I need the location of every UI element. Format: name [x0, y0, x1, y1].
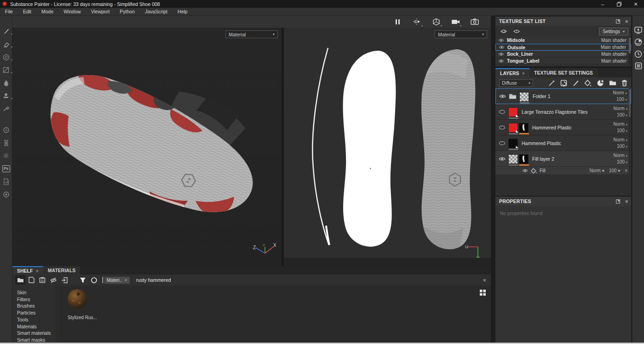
tab-materials[interactable]: MATERIALS [43, 266, 80, 274]
category-materials[interactable]: Materials [17, 323, 55, 330]
menu-viewport[interactable]: Viewport [86, 8, 115, 16]
menu-javascript[interactable]: JavaScript [140, 8, 172, 16]
texture-set-row-midsole[interactable]: Midsole Main shader [495, 37, 631, 44]
layer-row-terrazzo[interactable]: ◣ Large Terrazzo Flagstone Tiles Norm ▾ … [495, 104, 631, 120]
opacity-dropdown[interactable]: 100 ▾ [617, 159, 627, 164]
search-input[interactable]: rusty hammered [136, 277, 171, 283]
layer-name[interactable]: Folder 1 [533, 93, 551, 99]
photoshop-icon[interactable]: Ps [1, 164, 11, 173]
axis-gizmo-3d[interactable]: Z Y X [251, 243, 276, 260]
filter-funnel-icon[interactable] [78, 275, 88, 285]
display-settings-icon[interactable] [634, 27, 642, 34]
visibility-eye-icon[interactable] [498, 38, 504, 42]
effect-row-fill[interactable]: Fill Norm ▾ 100 ▾ × [495, 167, 631, 175]
polygon-fill-tool-icon[interactable]: ▾ [1, 65, 11, 75]
add-mask-icon[interactable] [560, 80, 567, 87]
category-smart-materials[interactable]: Smart materials [17, 330, 55, 337]
layer-mask-thumbnail[interactable] [519, 154, 529, 164]
gear2-icon[interactable] [1, 190, 11, 199]
viewport-2d[interactable]: Material▾ [284, 28, 491, 258]
effects-wand-icon[interactable] [548, 80, 555, 87]
panel-close-icon[interactable]: × [625, 18, 628, 24]
close-button[interactable]: × [627, 0, 644, 8]
viewport-3d[interactable]: Material▾ [12, 28, 282, 266]
paint-tool-icon[interactable]: ▾ [1, 27, 11, 36]
layer-row-fill-layer-2[interactable]: Fill layer 2 Norm ▾ 100 ▾ [495, 151, 631, 167]
undock-icon[interactable] [616, 19, 620, 23]
menu-python[interactable]: Python [115, 8, 140, 16]
pause-icon[interactable] [392, 17, 402, 26]
blend-mode-dropdown[interactable]: Norm ▾ [613, 153, 627, 158]
hourglass-icon[interactable] [1, 138, 11, 147]
texture-set-icon[interactable] [635, 62, 642, 70]
texture-set-scrollbar[interactable] [629, 37, 631, 64]
layer-name[interactable]: Fill layer 2 [532, 156, 554, 162]
menu-edit[interactable]: Edit [18, 8, 36, 16]
tab-texture-set-settings[interactable]: TEXTURE SET SETTINGS [529, 68, 598, 77]
opacity-dropdown[interactable]: 100 ▾ [617, 112, 627, 117]
effect-blend-dropdown[interactable]: Norm ▾ [589, 168, 604, 173]
texture-set-row-outsole[interactable]: Outsole Main shader [495, 44, 631, 51]
screenshot-icon[interactable] [470, 17, 480, 26]
layer-visible-eye-icon[interactable] [499, 94, 506, 99]
layer-thumbnail[interactable] [519, 92, 529, 102]
eye-solo-icon[interactable]: 1 [513, 29, 520, 34]
projection-tool-icon[interactable]: ▾ [1, 52, 11, 62]
settings-dropdown[interactable]: Settings▾ [599, 28, 628, 35]
search-clear-icon[interactable]: × [483, 277, 486, 284]
layer-name[interactable]: Large Terrazzo Flagstone Tiles [522, 109, 587, 115]
history-icon[interactable] [634, 50, 642, 58]
smart-material-icon[interactable] [597, 80, 604, 87]
layer-name[interactable]: Hammered Plastic [532, 125, 572, 130]
blend-mode-dropdown[interactable]: Norm ▾ [613, 122, 627, 127]
badge-icon[interactable]: S [1, 151, 11, 160]
eye-slash-icon[interactable] [48, 275, 58, 285]
category-brushes[interactable]: Brushes [17, 303, 55, 309]
menu-file[interactable]: File [0, 8, 18, 16]
eye-refresh-icon[interactable] [500, 29, 507, 34]
layer-name[interactable]: Hammered Plastic [522, 140, 561, 146]
search-filter-tag[interactable]: Materi.. × [104, 277, 130, 284]
shading-mode-select-3d[interactable]: Material▾ [225, 30, 278, 38]
tab-shelf[interactable]: SHELF × [12, 266, 43, 274]
symmetry-icon[interactable]: ▾ [412, 17, 422, 26]
grid-view-icon[interactable] [479, 289, 486, 298]
blend-mode-dropdown[interactable]: Norm ▾ [613, 90, 627, 95]
smudge-tool-icon[interactable] [1, 78, 11, 87]
category-filters[interactable]: Filters [17, 296, 55, 303]
opacity-dropdown[interactable]: 100 ▾ [617, 128, 627, 133]
texture-set-row-sock-liner[interactable]: Sock_Liner Main shader [495, 51, 631, 58]
layer-visible-eye-icon[interactable] [499, 157, 506, 161]
texture-set-shader[interactable]: Main shader [601, 45, 626, 50]
tab-layers[interactable]: LAYERS × [495, 68, 529, 77]
layer-thumbnail[interactable] [508, 154, 518, 164]
fill-layer-icon[interactable] [584, 80, 592, 87]
tab-shelf-close-icon[interactable]: × [35, 268, 38, 274]
layer-row-hammered-plastic-2[interactable]: ◣ Hammered Plastic Norm ▾ 100 ▾ [495, 135, 631, 151]
refresh-ring-icon[interactable] [89, 275, 99, 285]
camera-icon[interactable]: ▾ [450, 17, 460, 26]
import-icon[interactable] [59, 275, 69, 285]
effect-remove-icon[interactable]: × [625, 168, 627, 173]
effect-visible-eye-icon[interactable] [522, 169, 528, 173]
search-filter-remove-icon[interactable]: × [124, 277, 127, 283]
material-item[interactable]: Stylized Rus... [68, 289, 92, 320]
shader-settings-icon[interactable] [634, 38, 642, 46]
clipboard-icon[interactable] [37, 275, 47, 285]
minimize-button[interactable]: – [594, 0, 611, 8]
eraser-tool-icon[interactable]: ▾ [1, 40, 11, 49]
channel-filter-select[interactable]: Diffuse▾ [499, 79, 533, 87]
layers-scrollbar[interactable] [629, 88, 631, 175]
visibility-eye-icon[interactable] [498, 52, 504, 56]
delete-layer-icon[interactable] [621, 80, 627, 87]
menu-mode[interactable]: Mode [36, 8, 58, 16]
texture-set-row-tongue-label[interactable]: Tongue_Label Main shader [495, 58, 631, 64]
folder-icon[interactable] [15, 275, 25, 285]
opacity-dropdown[interactable]: 100 ▾ [616, 97, 627, 102]
texture-set-shader[interactable]: Main shader [601, 58, 627, 64]
menu-help[interactable]: Help [172, 8, 193, 16]
add-folder-icon[interactable] [609, 80, 616, 86]
undock-icon[interactable] [616, 199, 620, 204]
category-skin[interactable]: Skin [17, 289, 55, 296]
layer-row-hammered-plastic-1[interactable]: ◣ Hammered Plastic Norm ▾ 100 ▾ [495, 120, 631, 135]
